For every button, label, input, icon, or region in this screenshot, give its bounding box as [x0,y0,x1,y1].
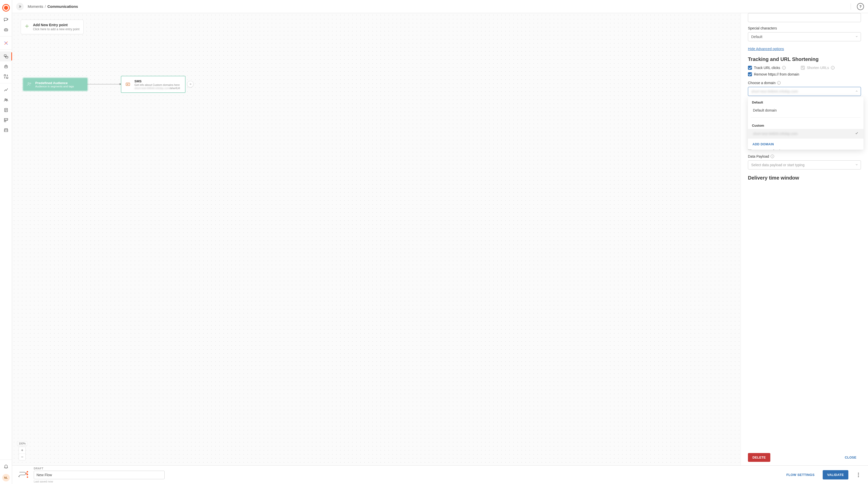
close-button[interactable]: CLOSE [840,453,861,462]
special-characters-label: Special characters [748,26,861,30]
svg-rect-11 [4,75,5,76]
svg-point-18 [28,82,29,84]
nav-notifications[interactable] [0,461,12,472]
draft-label: DRAFT [34,467,165,470]
nav-integrations[interactable] [0,71,12,82]
svg-rect-20 [126,83,130,86]
entry-card-title: Add New Entry point [33,23,80,27]
svg-point-9 [5,66,6,67]
flow-icon [18,470,29,480]
audience-icon [27,81,32,88]
flow-name-input[interactable] [34,471,165,479]
breadcrumb-root[interactable]: Moments [28,4,43,8]
nav-experiments[interactable] [0,38,12,48]
add-domain-button[interactable]: ADD DOMAIN [752,143,774,146]
nav-content[interactable] [0,105,12,115]
info-icon[interactable]: i [831,66,835,69]
zoom-controls: 100% + − [17,441,27,460]
svg-rect-8 [4,66,7,68]
info-icon[interactable]: i [771,155,774,158]
sms-config-panel: Special characters Default Hide Advanced… [741,13,868,465]
nav-conversations[interactable] [0,14,12,25]
svg-rect-3 [4,29,7,31]
nav-automation[interactable] [0,61,12,71]
nav-store[interactable] [0,125,12,135]
svg-rect-6 [4,55,6,56]
hide-advanced-link[interactable]: Hide Advanced options [748,47,784,51]
info-icon[interactable]: i [777,81,781,85]
node-output-handle[interactable] [187,81,194,87]
dd-group-default: Default [748,97,864,106]
svg-rect-17 [4,120,6,122]
add-entry-point-card[interactable]: Add New Entry point Click here to add a … [21,20,84,34]
zoom-level: 100% [17,441,27,446]
delivery-window-heading: Delivery time window [748,175,861,181]
dd-item-custom-domain[interactable]: short-test-84600.infobip.com [748,129,864,138]
svg-rect-12 [6,77,8,79]
svg-point-25 [858,475,859,476]
chevron-down-icon [855,163,858,167]
choose-domain-label: Choose a domain i [748,81,861,85]
domain-dropdown-menu: Default Default domain Custom short-test… [748,97,864,150]
svg-point-26 [858,476,859,477]
nav-bots[interactable] [0,25,12,35]
track-url-clicks-checkbox[interactable]: Track URL clicks i [748,66,786,70]
svg-point-10 [6,66,6,67]
sms-icon [124,81,131,88]
flow-canvas[interactable]: Add New Entry point Click here to add a … [12,13,741,465]
zoom-out-button[interactable]: − [19,454,25,460]
dd-group-custom: Custom [748,120,864,129]
svg-point-1 [7,19,8,19]
svg-point-24 [858,473,859,474]
nav-moments[interactable] [0,51,12,61]
user-avatar[interactable]: NL [2,474,10,482]
svg-rect-16 [4,118,7,120]
delete-button[interactable]: DELETE [748,453,770,462]
validate-button[interactable]: VALIDATE [823,470,848,480]
text-field[interactable] [748,13,861,22]
flow-settings-button[interactable]: FLOW SETTINGS [783,471,818,479]
help-button[interactable]: ? [857,3,864,10]
bottom-bar: DRAFT Last saved now FLOW SETTINGS VALID… [12,465,868,484]
nav-people[interactable] [0,95,12,105]
svg-point-14 [6,99,7,100]
svg-rect-0 [4,18,7,21]
remove-https-checkbox[interactable]: Remove https:// from domain [748,72,861,76]
svg-point-19 [30,83,31,84]
zoom-in-button[interactable]: + [19,447,25,454]
data-payload-select[interactable]: Select data payload or start typing [748,160,861,170]
nav-templates[interactable] [0,115,12,125]
breadcrumb-current: Communications [47,4,78,8]
expand-sidebar-button[interactable] [16,3,24,10]
breadcrumb: Moments / Communications [28,4,78,8]
entry-card-subtitle: Click here to add a new entry point [33,27,80,31]
svg-point-5 [6,30,7,30]
tracking-heading: Tracking and URL Shortening [748,56,861,62]
left-nav-rail: NL [0,0,12,484]
chevron-up-icon [855,89,858,93]
info-icon[interactable]: i [782,66,786,69]
dd-item-default-domain[interactable]: Default domain [748,106,864,115]
last-saved-label: Last saved now [34,480,165,483]
plus-icon [24,24,29,30]
special-characters-select[interactable]: Default [748,32,861,41]
svg-point-13 [5,99,6,100]
brand-logo[interactable] [2,4,10,11]
top-bar: Moments / Communications ? [12,0,868,13]
choose-domain-select[interactable]: short-test-84644.infobip.com [748,87,861,96]
node-sms[interactable]: SMS Get info about Custom domains here s… [121,76,186,93]
svg-point-23 [27,477,28,478]
chevron-down-icon [855,35,858,39]
node-predefined-audience[interactable]: Predefined Audience Audience in segments… [23,78,87,91]
shorten-urls-checkbox: Shorten URLs i [801,66,835,70]
check-icon [855,131,859,136]
more-options-button[interactable] [855,472,862,479]
svg-point-4 [5,30,5,30]
data-payload-label: Data Payload i [748,154,861,158]
svg-rect-7 [6,56,8,58]
nav-analytics[interactable] [0,85,12,95]
